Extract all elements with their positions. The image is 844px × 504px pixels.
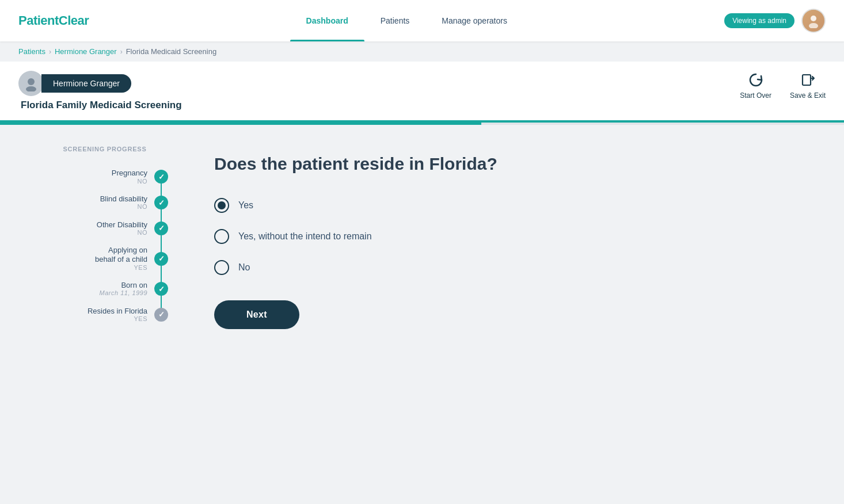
timeline-content-blind: Blind disability NO [100, 194, 147, 211]
timeline-check-pregnancy: ✓ [158, 173, 165, 181]
avatar-image [803, 10, 824, 32]
timeline-value-born: March 11, 1999 [100, 289, 147, 297]
timeline-node-disability: ✓ [154, 222, 168, 235]
timeline-node-pregnancy: ✓ [154, 170, 168, 184]
timeline-label-child: Applying onbehalf of a child [95, 246, 147, 264]
timeline-value-blind: NO [100, 203, 147, 211]
start-over-button[interactable]: Start Over [740, 71, 771, 100]
header-actions: Start Over Save & Exit [740, 71, 826, 109]
timeline-item-child: Applying onbehalf of a child YES ✓ [18, 241, 168, 276]
timeline-value-child: YES [95, 264, 147, 272]
radio-group: Yes Yes, without the intend to remain No [214, 198, 791, 275]
form-title: Florida Family Medicaid Screening [18, 100, 182, 111]
timeline-content-disability: Other Disability NO [97, 220, 147, 237]
patient-avatar [18, 71, 44, 96]
radio-circle-yes-without [214, 229, 229, 244]
breadcrumb-patients[interactable]: Patients [18, 47, 45, 56]
timeline-content-child: Applying onbehalf of a child YES [95, 246, 147, 271]
viewing-badge: Viewing as admin [724, 13, 794, 28]
patient-name-badge: Hermione Granger [18, 71, 182, 96]
timeline-item-blind: Blind disability NO ✓ [18, 190, 168, 216]
timeline-item-disability: Other Disability NO ✓ [18, 216, 168, 242]
breadcrumb: Patients › Hermione Granger › Florida Me… [0, 41, 844, 62]
timeline-check-born: ✓ [158, 285, 165, 293]
avatar [801, 9, 826, 33]
save-exit-icon [799, 71, 817, 89]
logo-black: Patient [18, 13, 59, 28]
patient-header: Hermione Granger Florida Family Medicaid… [0, 62, 844, 123]
logo-teal: Clear [59, 13, 89, 28]
timeline-value-resides: YES [88, 315, 147, 323]
radio-inner-yes [218, 201, 226, 209]
radio-circle-no [214, 260, 229, 275]
svg-point-0 [811, 16, 816, 21]
sidebar: SCREENING PROGRESS Pregnancy NO ✓ Blind … [18, 143, 191, 417]
timeline-label-disability: Other Disability [97, 220, 147, 230]
header-right: Viewing as admin [724, 9, 826, 33]
question-title: Does the patient reside in Florida? [214, 152, 791, 175]
timeline-node-blind: ✓ [154, 196, 168, 209]
timeline-value-disability: NO [97, 229, 147, 236]
timeline-item-born: Born on March 11, 1999 ✓ [18, 276, 168, 302]
save-exit-button[interactable]: Save & Exit [790, 71, 826, 100]
nav-item-patients[interactable]: Patients [364, 0, 426, 41]
start-over-icon [747, 71, 765, 89]
timeline-value-pregnancy: NO [112, 178, 147, 185]
svg-rect-4 [803, 75, 811, 85]
timeline-check-disability: ✓ [158, 224, 165, 232]
save-exit-label: Save & Exit [790, 91, 826, 100]
question-area: Does the patient reside in Florida? Yes … [191, 143, 826, 417]
main-nav: Dashboard Patients Manage operators [290, 0, 523, 41]
start-over-label: Start Over [740, 91, 771, 100]
radio-label-yes-without: Yes, without the intend to remain [238, 231, 372, 242]
patient-info: Hermione Granger Florida Family Medicaid… [18, 71, 182, 120]
timeline-node-child: ✓ [154, 252, 168, 266]
timeline-content-resides: Resides in Florida YES [88, 307, 147, 323]
radio-option-yes[interactable]: Yes [214, 198, 791, 213]
timeline-node-resides: ✓ [154, 308, 168, 322]
timeline: Pregnancy NO ✓ Blind disability NO ✓ [18, 164, 191, 327]
timeline-check-blind: ✓ [158, 198, 165, 207]
logo: PatientClear [18, 13, 89, 28]
timeline-label-pregnancy: Pregnancy [112, 169, 147, 178]
timeline-item-pregnancy: Pregnancy NO ✓ [18, 164, 168, 190]
svg-point-2 [28, 78, 35, 85]
timeline-label-born: Born on [100, 281, 147, 290]
timeline-content-born: Born on March 11, 1999 [100, 281, 147, 297]
timeline-node-born: ✓ [154, 282, 168, 296]
timeline-item-resides: Resides in Florida YES ✓ [18, 302, 168, 328]
radio-circle-yes [214, 198, 229, 213]
radio-label-yes: Yes [238, 200, 253, 211]
breadcrumb-sep-2: › [120, 48, 123, 56]
screening-progress-label: SCREENING PROGRESS [18, 146, 191, 152]
breadcrumb-current: Florida Medicaid Screening [126, 47, 217, 56]
svg-point-1 [809, 23, 818, 28]
radio-label-no: No [238, 262, 250, 273]
breadcrumb-sep-1: › [49, 48, 51, 56]
nav-item-dashboard[interactable]: Dashboard [290, 0, 364, 41]
nav-item-manage-operators[interactable]: Manage operators [425, 0, 523, 41]
header: PatientClear Dashboard Patients Manage o… [0, 0, 844, 41]
main-content: SCREENING PROGRESS Pregnancy NO ✓ Blind … [0, 125, 844, 436]
svg-point-3 [26, 86, 36, 91]
timeline-label-resides: Resides in Florida [88, 307, 147, 316]
next-button[interactable]: Next [214, 300, 299, 329]
breadcrumb-patient-name[interactable]: Hermione Granger [55, 47, 117, 56]
timeline-check-resides: ✓ [158, 310, 165, 319]
patient-name-button[interactable]: Hermione Granger [41, 74, 131, 93]
radio-option-no[interactable]: No [214, 260, 791, 275]
timeline-content-pregnancy: Pregnancy NO [112, 169, 147, 185]
radio-option-yes-without[interactable]: Yes, without the intend to remain [214, 229, 791, 244]
timeline-check-child: ✓ [158, 254, 165, 263]
timeline-label-blind: Blind disability [100, 194, 147, 204]
